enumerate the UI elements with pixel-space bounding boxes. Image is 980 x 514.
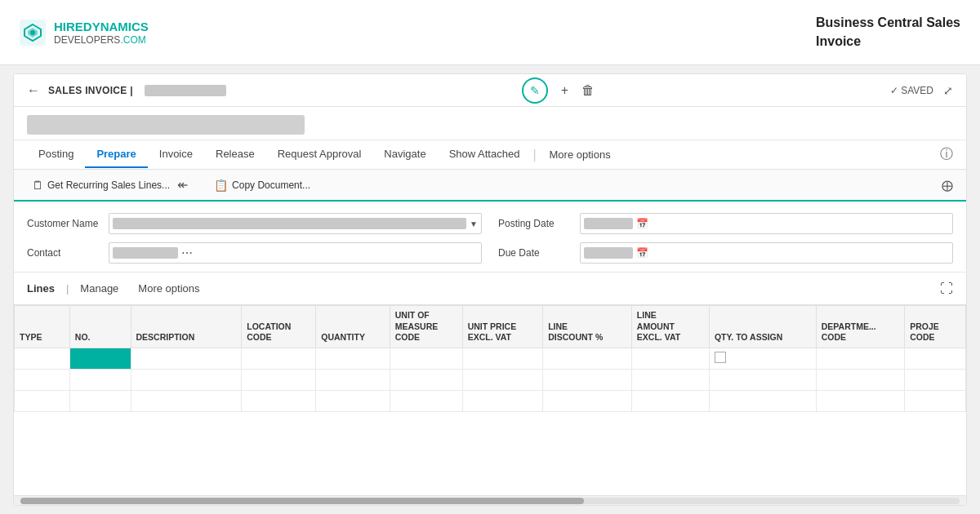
scrollbar-thumb[interactable] <box>20 498 584 504</box>
table-row <box>15 348 966 369</box>
cell-quantity-3[interactable] <box>316 390 390 411</box>
add-button[interactable]: + <box>561 83 568 98</box>
info-icon[interactable]: ⓘ <box>940 146 953 163</box>
cell-project-3[interactable] <box>905 390 966 411</box>
col-project-code[interactable]: PROJECODE <box>905 306 966 348</box>
col-line-amount[interactable]: LINEAMOUNTEXCL. VAT <box>631 306 709 348</box>
cell-qty-assign-3[interactable] <box>709 390 816 411</box>
cell-no-3[interactable] <box>69 390 131 411</box>
contact-input[interactable]: ⋯ <box>109 242 482 264</box>
col-qty-to-assign[interactable]: QTY. TO ASSIGN <box>709 306 816 348</box>
lines-header: Lines | Manage More options ⛶ <box>14 273 966 305</box>
sub-actions-bar: 🗒 Get Recurring Sales Lines... ↞ 📋 Copy … <box>14 170 966 202</box>
calendar-icon-posting[interactable]: 📅 <box>636 218 648 229</box>
tab-navigate[interactable]: Navigate <box>372 141 437 168</box>
get-recurring-lines-label: Get Recurring Sales Lines... <box>47 179 170 191</box>
tab-request-approval[interactable]: Request Approval <box>266 141 373 168</box>
doc-header-bar: ← SALES INVOICE | ✎ + 🗑 ✓ SAVED ⤢ <box>14 74 966 107</box>
col-quantity[interactable]: QUANTITY <box>316 306 390 348</box>
tab-posting[interactable]: Posting <box>27 141 85 168</box>
cell-project-2[interactable] <box>905 369 966 390</box>
cell-amount-1[interactable] <box>631 348 709 369</box>
cell-location-1[interactable] <box>242 348 316 369</box>
cell-discount-2[interactable] <box>543 369 632 390</box>
col-unit-of-measure[interactable]: UNIT OFMEASURECODE <box>390 306 462 348</box>
cell-uom-1[interactable] <box>390 348 462 369</box>
get-recurring-lines-button[interactable]: 🗒 Get Recurring Sales Lines... ↞ <box>27 175 193 195</box>
cell-uom-2[interactable] <box>390 369 462 390</box>
cell-location-2[interactable] <box>242 369 316 390</box>
tab-manage[interactable]: Manage <box>70 279 128 298</box>
cell-no-1[interactable] <box>69 348 131 369</box>
back-button[interactable]: ← <box>27 83 40 98</box>
cell-description-3[interactable] <box>131 390 242 411</box>
cell-project-1[interactable] <box>905 348 966 369</box>
col-description[interactable]: DESCRIPTION <box>131 306 242 348</box>
tab-show-attached[interactable]: Show Attached <box>438 141 532 168</box>
col-line-discount[interactable]: LINEDISCOUNT % <box>543 306 632 348</box>
logo-area: HIREDYNAMICS DEVELOPERS.COM <box>20 20 149 46</box>
cell-price-2[interactable] <box>462 369 542 390</box>
customer-name-value <box>113 218 466 229</box>
tab-separator: | <box>532 148 536 162</box>
edit-button[interactable]: ✎ <box>522 78 548 104</box>
tab-prepare[interactable]: Prepare <box>85 141 147 168</box>
col-unit-price[interactable]: UNIT PRICEEXCL. VAT <box>462 306 542 348</box>
col-location-code[interactable]: LOCATIONCODE <box>242 306 316 348</box>
posting-date-value <box>584 218 633 229</box>
doc-title-blurred <box>27 115 305 135</box>
cell-type-2[interactable] <box>15 369 70 390</box>
delete-button[interactable]: 🗑 <box>581 83 595 98</box>
cell-dept-2[interactable] <box>816 369 904 390</box>
col-department-code[interactable]: DEPARTME...CODE <box>816 306 904 348</box>
cell-price-1[interactable] <box>462 348 542 369</box>
customer-name-input[interactable]: ▼ <box>109 213 482 234</box>
expand-button[interactable]: ⤢ <box>943 84 953 97</box>
tab-lines-more-options[interactable]: More options <box>128 279 209 298</box>
cell-price-3[interactable] <box>462 390 542 411</box>
posting-date-input[interactable]: 📅 <box>580 213 953 234</box>
doc-id-blurred <box>145 85 226 96</box>
tab-invoice[interactable]: Invoice <box>148 141 204 168</box>
contact-value <box>113 247 178 259</box>
cell-discount-3[interactable] <box>543 390 632 411</box>
cell-qty-assign-2[interactable] <box>709 369 816 390</box>
logo-hire: HIRE <box>54 20 83 33</box>
scrollbar-area[interactable] <box>14 495 966 505</box>
doc-header-left: ← SALES INVOICE | <box>27 83 226 98</box>
dots-icon-contact: ⋯ <box>181 246 193 259</box>
doc-header-center: ✎ + 🗑 <box>522 78 595 104</box>
cell-location-3[interactable] <box>242 390 316 411</box>
tab-lines[interactable]: Lines <box>27 279 65 298</box>
due-date-input[interactable]: 📅 <box>580 242 953 264</box>
copy-document-label: Copy Document... <box>232 179 310 191</box>
cell-quantity-2[interactable] <box>316 369 390 390</box>
col-type[interactable]: TYPE <box>15 306 70 348</box>
cell-qty-assign-1[interactable] <box>709 348 816 369</box>
cell-dept-1[interactable] <box>816 348 904 369</box>
cell-amount-2[interactable] <box>631 369 709 390</box>
cell-type-1[interactable] <box>15 348 70 369</box>
calendar-icon-due[interactable]: 📅 <box>636 247 648 259</box>
cell-quantity-1[interactable] <box>316 348 390 369</box>
tab-release[interactable]: Release <box>204 141 266 168</box>
cell-dept-3[interactable] <box>816 390 904 411</box>
cell-description-1[interactable] <box>131 348 242 369</box>
page-title: Business Central Sales Invoice <box>816 14 960 51</box>
page-title-line1: Business Central Sales <box>816 16 960 29</box>
table-row <box>15 390 966 411</box>
cell-no-2[interactable] <box>69 369 131 390</box>
cell-type-3[interactable] <box>15 390 70 411</box>
copy-document-button[interactable]: 📋 Copy Document... <box>209 176 315 194</box>
checkbox-qty-1[interactable] <box>715 352 726 363</box>
lines-expand-icon[interactable]: ⛶ <box>940 281 953 296</box>
cell-discount-1[interactable] <box>543 348 632 369</box>
col-no[interactable]: NO. <box>69 306 131 348</box>
logo-icon <box>20 20 46 46</box>
cell-description-2[interactable] <box>131 369 242 390</box>
tab-more-options[interactable]: More options <box>538 142 622 167</box>
scrollbar-track[interactable] <box>20 498 960 504</box>
cell-amount-3[interactable] <box>631 390 709 411</box>
cell-uom-3[interactable] <box>390 390 462 411</box>
sub-actions-right-icon[interactable]: ⨁ <box>942 179 953 192</box>
